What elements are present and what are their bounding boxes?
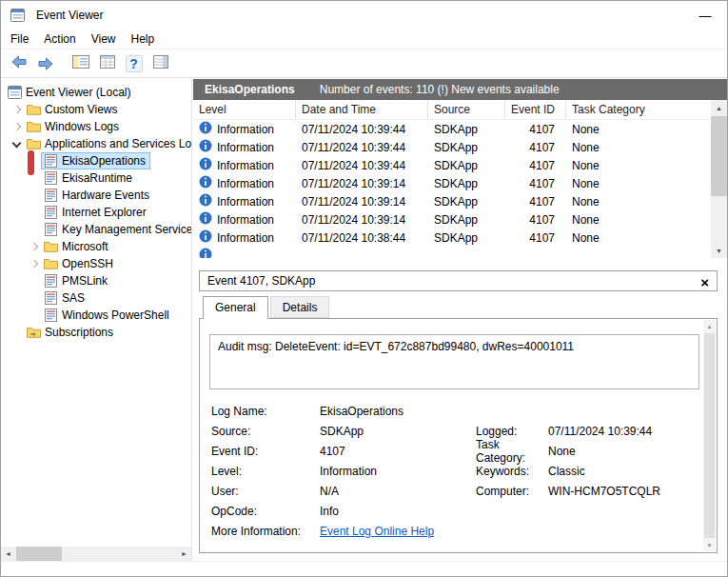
event-log-icon (43, 274, 58, 288)
scroll-right-icon[interactable]: ► (177, 547, 191, 561)
field-label: Logged: (476, 425, 548, 438)
event-source: SDKApp (428, 213, 505, 227)
event-row[interactable] (193, 247, 711, 258)
column-header-level[interactable]: Level (193, 100, 296, 119)
tree-item-label: EkisaRuntime (62, 171, 132, 185)
event-row[interactable]: Information 07/11/2024 10:39:14 SDKApp 4… (193, 174, 711, 192)
field-value: EkisaOperations (320, 405, 476, 418)
menu-action[interactable]: Action (36, 30, 83, 48)
forward-button[interactable] (33, 52, 57, 75)
console-tree-icon (72, 55, 89, 71)
event-task-category: None (566, 231, 711, 245)
tree-item-custom-views[interactable]: Custom Views (1, 101, 191, 118)
event-description-box[interactable]: Audit msg: DeleteEvent: id=EVT_672c887bd… (209, 334, 699, 389)
action-pane-button[interactable] (148, 52, 172, 75)
folder-icon (26, 137, 41, 150)
event-level: Information (217, 141, 274, 154)
scroll-down-icon[interactable]: ▼ (703, 539, 716, 551)
column-header-task-category[interactable]: Task Category (566, 100, 711, 119)
tree-item-sas[interactable]: SAS (1, 289, 191, 307)
event-id: 4107 (505, 159, 566, 172)
properties-button[interactable] (95, 52, 119, 75)
tree-item-windows-logs[interactable]: Windows Logs (1, 118, 191, 135)
tree-item-windows-powershell[interactable]: Windows PowerShell (1, 307, 191, 324)
event-datetime: 07/11/2024 10:38:44 (296, 231, 428, 245)
scrollbar-thumb[interactable] (16, 547, 62, 561)
chevron-right-icon[interactable] (9, 102, 24, 117)
event-task-category: None (566, 159, 711, 172)
event-log-icon (43, 206, 58, 219)
chevron-right-icon[interactable] (26, 239, 41, 254)
close-icon[interactable]: × (700, 271, 709, 292)
scroll-down-icon[interactable]: ▼ (711, 243, 727, 258)
tree-item-key-management-service[interactable]: Key Management Service (1, 221, 191, 238)
field-label: Log Name: (211, 405, 320, 418)
event-log-icon (43, 223, 58, 236)
title-bar: Event Viewer — (1, 1, 727, 30)
chevron-right-icon[interactable] (26, 256, 41, 271)
folder-icon (43, 240, 58, 253)
menu-file[interactable]: File (3, 30, 36, 48)
field-label: Event ID: (211, 445, 320, 458)
menu-view[interactable]: View (84, 30, 124, 48)
detail-scrollbar[interactable]: ▲ ▼ (703, 320, 716, 551)
tree-item-label: EkisaOperations (62, 154, 146, 168)
event-source: SDKApp (428, 177, 505, 190)
event-level: Information (217, 195, 274, 209)
event-row[interactable]: Information 07/11/2024 10:38:44 SDKApp 4… (193, 229, 711, 247)
event-id: 4107 (505, 195, 566, 209)
tab-details[interactable]: Details (270, 296, 330, 318)
info-icon (199, 211, 212, 228)
event-source: SDKApp (428, 195, 505, 209)
scroll-up-icon[interactable]: ▲ (703, 320, 716, 332)
event-row[interactable]: Information 07/11/2024 10:39:44 SDKApp 4… (193, 156, 711, 174)
chevron-down-icon[interactable] (9, 136, 24, 151)
datagrid-icon (100, 55, 115, 71)
tree-item-label: OpenSSH (62, 257, 113, 270)
scrollbar-thumb[interactable] (711, 116, 727, 196)
field-label: User: (211, 485, 320, 498)
tree-item-subscriptions[interactable]: Subscriptions (1, 324, 191, 341)
scrollbar-thumb[interactable] (704, 333, 715, 538)
tree-item-label: Microsoft (62, 240, 108, 253)
tree-item-hardware-events[interactable]: Hardware Events (1, 187, 191, 204)
minimize-button[interactable]: — (683, 1, 727, 30)
event-detail-pane: Event 4107, SDKApp × General Details Aud… (193, 269, 727, 561)
event-level: Information (217, 213, 274, 227)
event-datetime: 07/11/2024 10:39:14 (296, 177, 428, 190)
event-row[interactable]: Information 07/11/2024 10:39:44 SDKApp 4… (193, 138, 711, 156)
tab-general[interactable]: General (203, 296, 268, 319)
tree-item-label: Internet Explorer (62, 206, 147, 219)
detail-header: Event 4107, SDKApp × (199, 270, 718, 291)
event-list-scrollbar[interactable]: ▲ ▼ (711, 100, 727, 258)
show-console-tree-button[interactable] (69, 52, 92, 75)
event-log-online-help-link[interactable]: Event Log Online Help (320, 525, 476, 538)
field-label: More Information: (211, 525, 320, 538)
back-button[interactable] (7, 52, 30, 75)
help-button[interactable]: ? (122, 52, 146, 75)
field-value: Information (320, 465, 476, 478)
console-tree-panel: Event Viewer (Local) Custom Views Window… (1, 79, 192, 561)
tree-item-event-viewer-local[interactable]: Event Viewer (Local) (1, 84, 191, 101)
scroll-up-icon[interactable]: ▲ (711, 100, 727, 115)
tree-item-pmslink[interactable]: PMSLink (1, 272, 191, 289)
log-name-title: EkisaOperations (205, 83, 295, 96)
detail-title: Event 4107, SDKApp (207, 274, 315, 288)
column-header-date-and-time[interactable]: Date and Time (296, 100, 428, 119)
scroll-left-icon[interactable]: ◄ (1, 547, 15, 561)
event-row[interactable]: Information 07/11/2024 10:39:14 SDKApp 4… (193, 210, 711, 229)
event-row[interactable]: Information 07/11/2024 10:39:44 SDKApp 4… (193, 120, 711, 138)
event-row[interactable]: Information 07/11/2024 10:39:14 SDKApp 4… (193, 192, 711, 210)
tree-item-microsoft[interactable]: Microsoft (1, 238, 191, 255)
column-header-source[interactable]: Source (428, 100, 505, 119)
event-id: 4107 (505, 177, 566, 190)
tree-item-openssh[interactable]: OpenSSH (1, 255, 191, 272)
tree-item-label: Windows Logs (45, 120, 119, 133)
chevron-right-icon[interactable] (9, 119, 24, 134)
tree-item-internet-explorer[interactable]: Internet Explorer (1, 204, 191, 221)
event-log-icon (43, 171, 58, 185)
column-header-event-id[interactable]: Event ID (505, 100, 566, 119)
menu-help[interactable]: Help (124, 30, 163, 48)
tree-horizontal-scrollbar[interactable]: ◄ ► (1, 547, 191, 561)
field-label: Task Category: (476, 438, 548, 465)
